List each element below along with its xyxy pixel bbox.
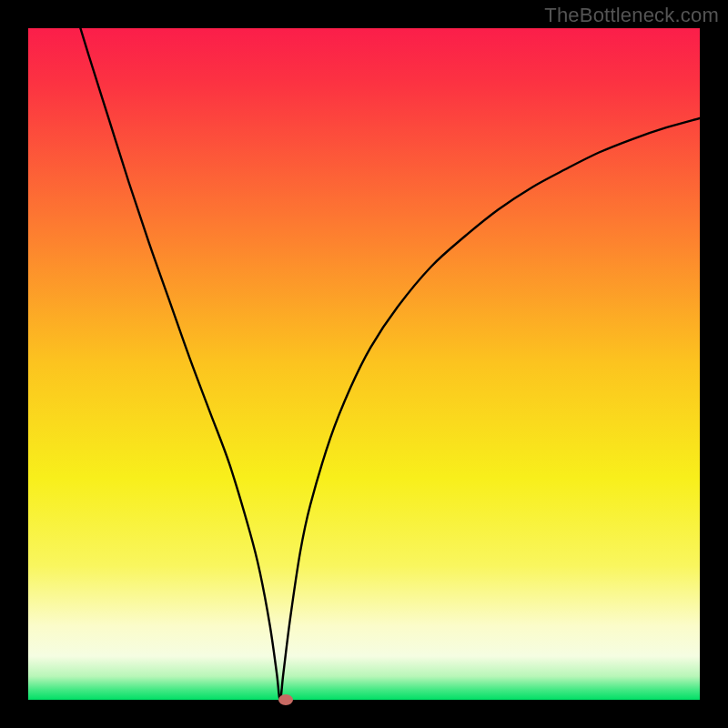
optimum-marker xyxy=(278,694,293,705)
chart-frame: TheBottleneck.com xyxy=(0,0,728,728)
bottleneck-curve xyxy=(28,28,700,700)
plot-area xyxy=(28,28,700,700)
watermark-text: TheBottleneck.com xyxy=(544,4,719,27)
